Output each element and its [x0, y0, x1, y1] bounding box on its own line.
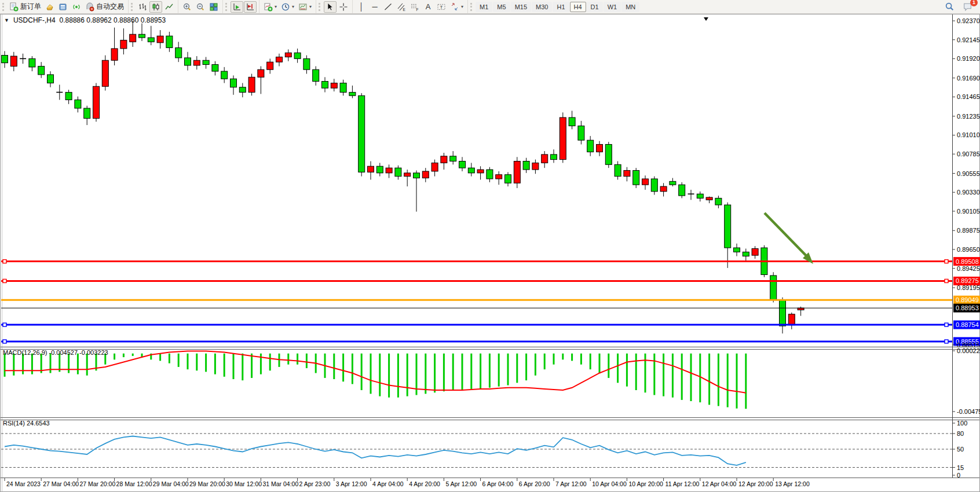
periods-button[interactable]: ▾ — [279, 1, 296, 13]
candle-body — [193, 60, 200, 65]
rsi-axis-label: 0 — [957, 472, 960, 479]
time-tick-label[interactable]: 29 Mar 20:00 — [189, 480, 225, 487]
timeframe-button-w1[interactable]: W1 — [604, 2, 621, 12]
vertical-line-button[interactable]: │ — [355, 1, 368, 13]
time-tick-label[interactable]: 30 Mar 12:00 — [226, 480, 262, 487]
time-tick-label[interactable]: 12 Apr 20:00 — [738, 480, 773, 487]
candle-body — [148, 38, 154, 42]
cursor-button[interactable] — [324, 1, 337, 13]
trendline-icon — [383, 2, 393, 12]
time-tick-label[interactable]: 4 Apr 20:00 — [409, 480, 440, 487]
bar-chart-icon — [138, 2, 147, 12]
indicators-button[interactable]: ▾ — [262, 1, 279, 13]
chart-menu-icon[interactable]: ▼ — [4, 17, 9, 23]
time-tick-label[interactable]: 10 Apr 04:00 — [592, 480, 627, 487]
time-tick-label[interactable]: 24 Mar 2023 — [6, 480, 41, 487]
chart-canvas[interactable]: 0.895080.892750.890490.889530.887540.885… — [0, 14, 980, 492]
toolbar-group-timeframes: M1M5M15M30H1H4D1W1MN — [467, 0, 642, 14]
candle-body — [294, 53, 301, 58]
chart-shift-button[interactable] — [244, 1, 257, 13]
macd-axis-label: 0.000224 — [957, 347, 980, 354]
time-tick-label[interactable]: 31 Mar 04:00 — [262, 480, 298, 487]
horizontal-line-button[interactable]: ─ — [368, 1, 381, 13]
auto-scroll-button[interactable] — [231, 1, 243, 13]
timeframe-button-mn[interactable]: MN — [621, 2, 639, 12]
time-tick-label[interactable]: 4 Apr 04:00 — [372, 480, 404, 487]
timeframe-button-d1[interactable]: D1 — [587, 2, 603, 12]
price-badge-label: 0.89275 — [956, 277, 979, 284]
time-tick-label[interactable]: 5 Apr 12:00 — [445, 480, 477, 487]
rsi-axis-label: 80 — [957, 430, 964, 437]
timeframe-button-m30[interactable]: M30 — [532, 2, 552, 12]
crosshair-button[interactable] — [337, 1, 350, 13]
tile-windows-button[interactable] — [207, 1, 220, 13]
candle-body — [276, 57, 283, 62]
zoom-in-icon — [182, 2, 192, 12]
level-handle-icon[interactable] — [3, 260, 6, 263]
zoom-out-button[interactable] — [194, 1, 207, 13]
toolbar-group-insert: ▾ ▾ ▾ — [259, 0, 316, 14]
time-tick-label[interactable]: 2 Apr 23:00 — [299, 480, 331, 487]
time-tick-label[interactable]: 12 Apr 04:00 — [702, 480, 737, 487]
level-handle-icon[interactable] — [3, 340, 6, 343]
candlestick-chart-button[interactable] — [149, 1, 162, 13]
trendline-button[interactable] — [382, 1, 394, 13]
bar-chart-button[interactable] — [136, 1, 149, 13]
candle-body — [267, 62, 273, 69]
time-tick-label[interactable]: 7 Apr 12:00 — [555, 480, 587, 487]
price-tick-label: 0.91920 — [957, 55, 980, 62]
level-handle-icon[interactable] — [945, 260, 948, 263]
level-handle-icon[interactable] — [945, 323, 948, 326]
market-depth-button[interactable] — [57, 1, 70, 13]
new-chart-button[interactable] — [43, 1, 56, 13]
timeframe-button-m5[interactable]: M5 — [493, 2, 510, 12]
candle-body — [505, 175, 511, 183]
auto-trading-button[interactable]: 自动交易 — [83, 1, 126, 13]
time-tick-label[interactable]: 29 Mar 04:00 — [153, 480, 189, 487]
price-badge-label: 0.88754 — [956, 321, 979, 328]
line-chart-button[interactable] — [163, 1, 175, 13]
timeframe-button-h4[interactable]: H4 — [570, 2, 586, 12]
time-tick-label[interactable]: 13 Apr 12:00 — [775, 480, 810, 487]
candle-body — [185, 58, 191, 65]
text-button[interactable]: A — [422, 1, 434, 13]
arrows-button[interactable]: ▾ — [448, 1, 465, 13]
candle-body — [496, 175, 502, 179]
equidistant-channel-button[interactable]: E — [395, 1, 408, 13]
level-handle-icon[interactable] — [3, 279, 6, 282]
candle-body — [578, 126, 584, 141]
new-chart-icon — [45, 2, 54, 12]
timeframe-button-m1[interactable]: M1 — [476, 2, 492, 12]
candle-body — [130, 34, 136, 42]
time-tick-label[interactable]: 6 Apr 20:00 — [519, 480, 550, 487]
new-order-button[interactable]: 新订单 — [8, 1, 43, 13]
zoom-in-button[interactable] — [181, 1, 193, 13]
price-tick-label: 0.91465 — [957, 93, 980, 100]
time-tick-label[interactable]: 6 Apr 04:00 — [482, 480, 514, 487]
timeframe-button-m15[interactable]: M15 — [511, 2, 531, 12]
market-depth-icon — [58, 2, 68, 12]
level-handle-icon[interactable] — [3, 323, 6, 326]
candle-body — [633, 170, 639, 185]
timeframe-button-h1[interactable]: H1 — [553, 2, 569, 12]
notifications-button[interactable]: 1 — [961, 1, 974, 13]
fibonacci-button[interactable]: F — [408, 1, 421, 13]
candle-body — [248, 77, 255, 92]
level-handle-icon[interactable] — [945, 279, 948, 282]
candle-body — [532, 163, 539, 170]
time-tick-label[interactable]: 27 Mar 04:00 — [43, 480, 79, 487]
time-tick-label[interactable]: 3 Apr 12:00 — [336, 480, 367, 487]
signals-button[interactable] — [70, 1, 83, 13]
time-tick-label[interactable]: 28 Mar 12:00 — [116, 480, 152, 487]
search-button[interactable] — [943, 1, 956, 13]
candle-body — [75, 100, 81, 108]
rsi-axis-label: 100 — [957, 420, 967, 427]
candle-body — [551, 155, 557, 160]
time-tick-label[interactable]: 11 Apr 12:00 — [665, 480, 700, 487]
time-tick-label[interactable]: 10 Apr 20:00 — [628, 480, 663, 487]
candle-body — [120, 40, 127, 49]
text-label-button[interactable]: T — [435, 1, 448, 13]
level-handle-icon[interactable] — [945, 340, 948, 343]
templates-button[interactable]: ▾ — [297, 1, 313, 13]
time-tick-label[interactable]: 27 Mar 20:00 — [79, 480, 115, 487]
